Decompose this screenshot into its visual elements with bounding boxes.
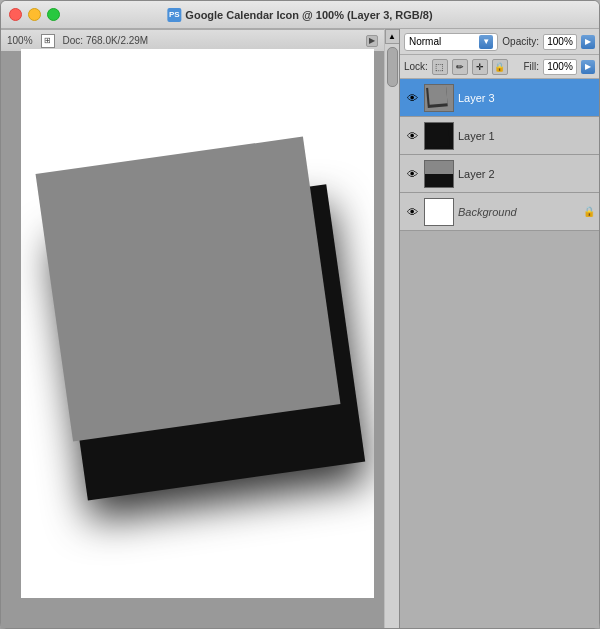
maximize-button[interactable] — [47, 8, 60, 21]
doc-info: Doc: 768.0K/2.29M — [63, 35, 149, 46]
canvas-inner — [21, 49, 374, 598]
visibility-icon-layer1[interactable]: 👁 — [404, 128, 420, 144]
visibility-icon-layer3[interactable]: 👁 — [404, 90, 420, 106]
layer-thumb-layer2 — [424, 160, 454, 188]
visibility-icon-layer2[interactable]: 👁 — [404, 166, 420, 182]
close-button[interactable] — [9, 8, 22, 21]
canvas-area[interactable]: 100% ⊞ Doc: 768.0K/2.29M ▶ — [1, 29, 384, 628]
window-title-group: PS Google Calendar Icon @ 100% (Layer 3,… — [167, 8, 432, 22]
lock-pixels-button[interactable]: ⬚ — [432, 59, 448, 75]
layer-item-layer2[interactable]: 👁 Layer 2 — [400, 155, 599, 193]
scrollbar-thumb[interactable] — [387, 47, 398, 87]
zoom-level: 100% — [7, 35, 33, 46]
visibility-icon-background[interactable]: 👁 — [404, 204, 420, 220]
photoshop-window: PS Google Calendar Icon @ 100% (Layer 3,… — [0, 0, 600, 629]
lock-all-button[interactable]: 🔒 — [492, 59, 508, 75]
traffic-lights — [9, 8, 60, 21]
window-title: Google Calendar Icon @ 100% (Layer 3, RG… — [185, 9, 432, 21]
layer-thumb-layer1 — [424, 122, 454, 150]
app-icon-label: PS — [169, 10, 180, 19]
lock-row: Lock: ⬚ ✏ ✛ 🔒 Fill: 100% ▶ — [400, 55, 599, 79]
content-area: 100% ⊞ Doc: 768.0K/2.29M ▶ ▲ Normal ▼ Op… — [1, 29, 599, 628]
svg-rect-2 — [426, 124, 450, 148]
layers-panel-bottom — [400, 231, 599, 628]
blend-mode-arrow[interactable]: ▼ — [479, 35, 493, 49]
doc-icon[interactable]: ⊞ — [41, 34, 55, 48]
status-bar: 100% ⊞ Doc: 768.0K/2.29M ▶ — [1, 29, 384, 51]
lock-image-button[interactable]: ✏ — [452, 59, 468, 75]
graphic-container — [23, 134, 363, 494]
opacity-value[interactable]: 100% — [543, 34, 577, 50]
fill-label: Fill: — [523, 61, 539, 72]
layer-name-layer1: Layer 1 — [458, 130, 595, 142]
layer-lock-icon-background: 🔒 — [583, 206, 595, 218]
layers-panel: Normal ▼ Opacity: 100% ▶ Lock: ⬚ ✏ ✛ 🔒 F… — [399, 29, 599, 628]
fill-arrow[interactable]: ▶ — [581, 60, 595, 74]
blend-mode-select[interactable]: Normal ▼ — [404, 33, 498, 51]
minimize-button[interactable] — [28, 8, 41, 21]
opacity-label: Opacity: — [502, 36, 539, 47]
scrollbar-up-arrow[interactable]: ▲ — [385, 29, 400, 44]
layer-thumb-layer3 — [424, 84, 454, 112]
layer-name-layer3: Layer 3 — [458, 92, 595, 104]
canvas-scrollbar[interactable]: ▲ — [384, 29, 399, 628]
blend-mode-row: Normal ▼ Opacity: 100% ▶ — [400, 29, 599, 55]
svg-rect-1 — [428, 85, 448, 105]
fill-value[interactable]: 100% — [543, 59, 577, 75]
status-forward-button[interactable]: ▶ — [366, 35, 378, 47]
layer-name-background: Background — [458, 206, 579, 218]
lock-label: Lock: — [404, 61, 428, 72]
layer-item-background[interactable]: 👁 Background 🔒 — [400, 193, 599, 231]
app-icon: PS — [167, 8, 181, 22]
layer-name-layer2: Layer 2 — [458, 168, 595, 180]
lock-position-button[interactable]: ✛ — [472, 59, 488, 75]
blend-mode-value: Normal — [409, 36, 441, 47]
layer-thumb-background — [424, 198, 454, 226]
layer-item-layer1[interactable]: 👁 Layer 1 — [400, 117, 599, 155]
layer-item-layer3[interactable]: 👁 Layer 3 — [400, 79, 599, 117]
opacity-arrow[interactable]: ▶ — [581, 35, 595, 49]
gray-square-layer — [35, 136, 340, 441]
title-bar: PS Google Calendar Icon @ 100% (Layer 3,… — [1, 1, 599, 29]
